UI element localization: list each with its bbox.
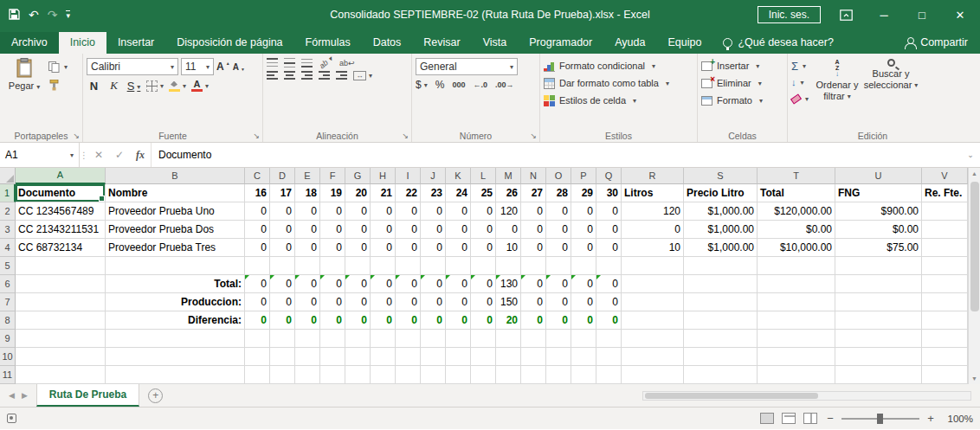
col-header-C[interactable]: C (245, 168, 270, 184)
cell-L2[interactable]: 0 (471, 202, 496, 221)
cell-E9[interactable] (295, 330, 320, 348)
cell-K1[interactable]: 24 (446, 184, 471, 202)
cell-K7[interactable]: 0 (446, 293, 471, 311)
cell-M2[interactable]: 120 (496, 202, 521, 221)
font-size-select[interactable]: 11 (181, 58, 214, 75)
cell-F9[interactable] (320, 330, 345, 348)
insert-cells-button[interactable]: Insertar (701, 58, 763, 74)
cell-F3[interactable]: 0 (320, 221, 345, 239)
cell-P4[interactable]: 0 (571, 239, 596, 257)
cell-O8[interactable]: 0 (546, 311, 571, 330)
cell-E1[interactable]: 18 (295, 184, 320, 202)
find-select-button[interactable]: Buscar y seleccionar (866, 56, 916, 128)
cell-S9[interactable] (684, 330, 758, 348)
cell-Q1[interactable]: 30 (596, 184, 622, 202)
format-cells-button[interactable]: Formato (701, 93, 763, 108)
cell-B8[interactable]: Diferencia: (106, 311, 245, 330)
cell-J5[interactable] (421, 257, 446, 275)
cell-R11[interactable] (622, 366, 684, 384)
merge-center-button[interactable]: ↔ (353, 71, 372, 80)
cell-L11[interactable] (471, 366, 496, 384)
increase-indent-button[interactable] (336, 71, 347, 80)
tab-revisar[interactable]: Revisar (412, 32, 471, 54)
align-left-button[interactable] (267, 71, 278, 80)
row-header-8[interactable]: 8 (0, 311, 16, 330)
increase-decimal-icon[interactable]: ←.0 (473, 80, 487, 89)
cell-B1[interactable]: Nombre (106, 184, 245, 202)
cell-O11[interactable] (546, 366, 571, 384)
cell-S4[interactable]: $1,000.00 (684, 239, 758, 257)
cell-S10[interactable] (684, 348, 758, 366)
cell-A1[interactable]: Documento (16, 184, 106, 202)
cell-R7[interactable] (622, 293, 684, 311)
cell-U9[interactable] (835, 330, 922, 348)
cell-I7[interactable]: 0 (396, 293, 421, 311)
row-header-4[interactable]: 4 (0, 239, 16, 257)
cell-J6[interactable]: 0 (421, 275, 446, 293)
clear-button[interactable] (791, 92, 809, 106)
format-painter-button[interactable] (48, 78, 68, 92)
cell-B11[interactable] (106, 366, 245, 384)
cell-L7[interactable]: 0 (471, 293, 496, 311)
comma-format-button[interactable]: 000 (452, 80, 465, 89)
cell-I4[interactable]: 0 (396, 239, 421, 257)
row-header-5[interactable]: 5 (0, 257, 16, 275)
cell-N2[interactable]: 0 (521, 202, 546, 221)
tab-inicio[interactable]: Inicio (59, 32, 106, 54)
cell-R9[interactable] (622, 330, 684, 348)
col-header-R[interactable]: R (622, 168, 684, 184)
cell-J3[interactable]: 0 (421, 221, 446, 239)
cell-Q7[interactable]: 0 (596, 293, 622, 311)
cell-T3[interactable]: $0.00 (758, 221, 835, 239)
cell-P6[interactable]: 0 (571, 275, 596, 293)
cell-C6[interactable]: 0 (245, 275, 270, 293)
col-header-M[interactable]: M (496, 168, 521, 184)
cell-I8[interactable]: 0 (396, 311, 421, 330)
cell-E2[interactable]: 0 (295, 202, 320, 221)
enter-icon[interactable]: ✓ (109, 143, 130, 167)
formula-bar-expand-icon[interactable]: ⌄ (961, 143, 980, 167)
cell-K11[interactable] (446, 366, 471, 384)
cell-M9[interactable] (496, 330, 521, 348)
conditional-formatting-button[interactable]: Formato condicional (544, 58, 669, 74)
italic-button[interactable]: K (106, 79, 121, 93)
alignment-dialog-launcher-icon[interactable] (402, 132, 409, 140)
cell-T6[interactable] (758, 275, 835, 293)
customize-qat-icon[interactable]: ▾ (66, 10, 70, 20)
cell-R4[interactable]: 10 (622, 239, 684, 257)
align-top-button[interactable] (267, 58, 278, 67)
cell-Q10[interactable] (596, 348, 622, 366)
col-header-U[interactable]: U (835, 168, 922, 184)
cell-T7[interactable] (758, 293, 835, 311)
bold-button[interactable]: N (87, 80, 101, 93)
col-header-K[interactable]: K (446, 168, 471, 184)
row-header-1[interactable]: 1 (0, 184, 16, 202)
cell-H1[interactable]: 21 (371, 184, 396, 202)
cell-A2[interactable]: CC 1234567489 (16, 202, 106, 221)
close-button[interactable]: ✕ (947, 9, 973, 22)
number-dialog-launcher-icon[interactable] (530, 132, 537, 140)
cell-J1[interactable]: 23 (421, 184, 446, 202)
cell-O10[interactable] (546, 348, 571, 366)
number-format-select[interactable]: General (416, 58, 518, 75)
cell-M1[interactable]: 26 (496, 184, 521, 202)
col-header-L[interactable]: L (471, 168, 496, 184)
cell-R6[interactable] (622, 275, 684, 293)
cell-L4[interactable]: 0 (471, 239, 496, 257)
cell-O6[interactable]: 0 (546, 275, 571, 293)
cell-D7[interactable]: 0 (270, 293, 295, 311)
col-header-V[interactable]: V (922, 168, 968, 184)
col-header-Q[interactable]: Q (596, 168, 622, 184)
cell-N10[interactable] (521, 348, 546, 366)
cell-B7[interactable]: Produccion: (106, 293, 245, 311)
cell-D11[interactable] (270, 366, 295, 384)
cell-G6[interactable]: 0 (345, 275, 371, 293)
cell-H4[interactable]: 0 (371, 239, 396, 257)
cell-U2[interactable]: $900.00 (835, 202, 922, 221)
align-center-button[interactable] (284, 71, 295, 80)
cell-S8[interactable] (684, 311, 758, 330)
cell-R5[interactable] (622, 257, 684, 275)
cell-S7[interactable] (684, 293, 758, 311)
cell-G9[interactable] (345, 330, 371, 348)
cell-C5[interactable] (245, 257, 270, 275)
